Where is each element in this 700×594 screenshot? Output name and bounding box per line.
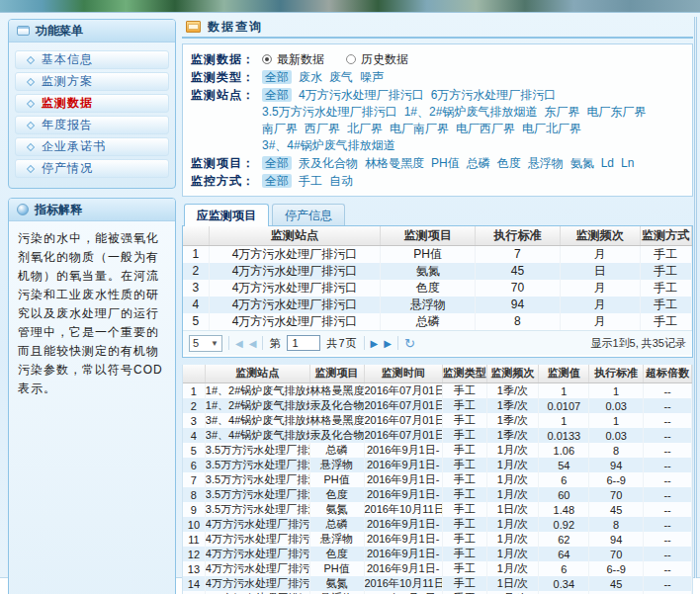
filter-option[interactable]: 废水 xyxy=(299,70,322,84)
table-cell: 汞及化合物 xyxy=(309,428,364,443)
table-cell: 4万方污水处理厂排污口 xyxy=(205,576,309,591)
table-cell: -- xyxy=(644,517,692,532)
next-page-button[interactable]: ▶ xyxy=(371,336,379,351)
filter-option[interactable]: 全部 xyxy=(262,174,292,188)
table-row[interactable]: 44万方污水处理厂排污口悬浮物94月手工 xyxy=(183,297,692,313)
filter-option[interactable]: 电厂北厂界 xyxy=(522,122,581,135)
prev-page-button[interactable]: ◀ xyxy=(249,336,257,351)
filter-option[interactable]: 手工 xyxy=(299,174,322,188)
filter-option[interactable]: 全部 xyxy=(262,156,292,170)
table-cell: 4万方污水处理厂排污口 xyxy=(205,561,309,576)
table-row[interactable]: 93.5万方污水处理厂排污口氨氮2016年10月11日手工1日/次1.4845-… xyxy=(183,502,692,517)
sidebar-item-6[interactable]: 停产情况 xyxy=(15,159,169,178)
table-cell: -- xyxy=(644,413,692,428)
table-cell: PH值 xyxy=(309,472,364,487)
filter-option[interactable]: 3.5万方污水处理厂排污口 xyxy=(262,105,397,119)
table-cell: PH值 xyxy=(381,245,476,263)
table-row[interactable]: 24万方污水处理厂排污口氨氮45日手工 xyxy=(183,263,692,280)
table-row[interactable]: 14万方污水处理厂排污口PH值7月手工 xyxy=(183,245,692,263)
sidebar-item-label: 监测数据 xyxy=(42,95,93,112)
table-row[interactable]: 43#、4#锅炉废气排放烟道汞及化合物2016年07月01日手工1季/次0.01… xyxy=(183,428,692,443)
filter-option[interactable]: 4万方污水处理厂排污口 xyxy=(299,88,424,102)
table-cell: 1季/次 xyxy=(486,413,539,428)
table-cell: 2016年9月1日- xyxy=(364,458,442,472)
table-row[interactable]: 124万方污水处理厂排污口色度2016年9月1日-手工1月/次6470-- xyxy=(183,547,692,561)
sidebar-item-2[interactable]: 监测方案 xyxy=(15,72,169,91)
radio-icon xyxy=(346,54,356,64)
filter-option[interactable]: 氨氮 xyxy=(570,156,594,170)
filter-option[interactable]: Ln xyxy=(621,156,634,170)
table-row[interactable]: 21#、2#锅炉废气排放烟道汞及化合物2016年07月01日手工1季/次0.01… xyxy=(183,398,692,413)
filter-option[interactable]: 电厂南厂界 xyxy=(390,122,449,135)
table-row[interactable]: 63.5万方污水处理厂排污口悬浮物2016年9月1日-手工1月/次5494-- xyxy=(183,458,692,472)
table-cell: 总磷 xyxy=(381,313,476,330)
sidebar-item-label: 停产情况 xyxy=(42,160,93,177)
filter-option[interactable]: PH值 xyxy=(431,156,460,170)
table-row[interactable]: 11#、2#锅炉废气排放烟道林格曼黑度2016年07月01日手工1季/次11-- xyxy=(183,383,692,399)
page-number-input[interactable] xyxy=(287,335,320,351)
column-header: 监测频次 xyxy=(560,226,640,245)
table-row[interactable]: 83.5万方污水处理厂排污口色度2016年9月1日-手工1月/次6070-- xyxy=(183,487,692,502)
table-row[interactable]: 53.5万方污水处理厂排污口总磷2016年9月1日-手工1月/次1.068-- xyxy=(183,443,692,458)
tab-1[interactable]: 应监测项目 xyxy=(184,204,269,226)
last-page-button[interactable]: ▶ xyxy=(384,336,392,351)
table-row[interactable]: 134万方污水处理厂排污口PH值2016年9月1日-手工1月/次66--9-- xyxy=(183,561,692,576)
table-row[interactable]: 144万方污水处理厂排污口氨氮2016年10月11日手工1日/次0.3445-- xyxy=(183,576,692,591)
table-cell: 色度 xyxy=(309,547,364,561)
sidebar-item-3[interactable]: 监测数据 xyxy=(15,94,169,113)
filter-option[interactable]: 西厂界 xyxy=(305,122,340,135)
table-cell: 4万方污水处理厂排污口 xyxy=(205,532,309,547)
table-cell: 2016年07月01日 xyxy=(364,428,442,443)
filter-label: 监测类型： xyxy=(191,69,262,86)
site-photo-banner xyxy=(0,0,700,13)
filter-option[interactable]: 全部 xyxy=(262,88,292,102)
table-cell: 手工 xyxy=(442,383,486,399)
table-row[interactable]: 104万方污水处理厂排污口总磷2016年9月1日-手工1月/次0.928-- xyxy=(183,517,692,532)
filter-option[interactable]: 色度 xyxy=(497,156,521,170)
radio-option[interactable]: 最新数据 xyxy=(262,52,324,66)
table-cell: 70 xyxy=(476,280,561,297)
filter-option[interactable]: 噪声 xyxy=(360,70,384,84)
table-cell: 1月/次 xyxy=(486,458,539,472)
filter-option[interactable]: Ld xyxy=(601,156,614,170)
table-cell: 5 xyxy=(183,313,209,330)
filter-option[interactable]: 3#、4#锅炉废气排放烟道 xyxy=(262,138,395,152)
filter-option[interactable]: 全部 xyxy=(262,70,292,84)
table-cell: PH值 xyxy=(309,561,364,576)
filter-option[interactable]: 电厂东厂界 xyxy=(586,105,646,119)
sidebar-item-4[interactable]: 年度报告 xyxy=(15,116,169,134)
page-size-select[interactable]: 5 ▼ xyxy=(189,335,222,352)
first-page-button[interactable]: ◀ xyxy=(235,336,243,351)
table-row[interactable]: 34万方污水处理厂排污口色度70月手工 xyxy=(183,280,692,297)
filter-option[interactable]: 悬浮物 xyxy=(528,156,564,170)
filter-option[interactable]: 废气 xyxy=(329,70,353,84)
column-header: 监测站点 xyxy=(209,226,381,245)
filter-option[interactable]: 电厂西厂界 xyxy=(456,122,515,135)
tab-2[interactable]: 停产信息 xyxy=(272,204,345,226)
filter-options: 全部4万方污水处理厂排污口6万方污水处理厂排污口3.5万方污水处理厂排污口1#、… xyxy=(262,87,684,154)
table-row[interactable]: 73.5万方污水处理厂排污口PH值2016年9月1日-手工1月/次66--9-- xyxy=(183,472,692,487)
filter-option[interactable]: 汞及化合物 xyxy=(299,156,358,170)
table-row[interactable]: 114万方污水处理厂排污口悬浮物2016年9月1日-手工1月/次6294-- xyxy=(183,532,692,547)
table-cell: 7 xyxy=(476,245,561,263)
table-row[interactable]: 54万方污水处理厂排污口总磷8月手工 xyxy=(183,313,692,330)
filter-option[interactable]: 总磷 xyxy=(467,156,490,170)
sidebar-item-5[interactable]: 企业承诺书 xyxy=(15,137,169,156)
monitor-data-table: 监测站点监测项目监测时间监测类型监测频次监测值执行标准超标倍数 11#、2#锅炉… xyxy=(183,365,692,594)
table-cell: 0.34 xyxy=(539,576,589,591)
table-row[interactable]: 33#、4#锅炉废气排放烟道林格曼黑度2016年07月01日手工1季/次11-- xyxy=(183,413,692,428)
filter-option[interactable]: 自动 xyxy=(329,174,353,188)
table-cell: -- xyxy=(644,383,692,399)
refresh-icon[interactable]: ↻ xyxy=(404,336,415,351)
table-cell: 1季/次 xyxy=(486,428,539,443)
sidebar-item-1[interactable]: 基本信息 xyxy=(15,50,169,69)
table-cell: 1季/次 xyxy=(486,398,539,413)
radio-option[interactable]: 历史数据 xyxy=(346,52,408,66)
filter-option[interactable]: 6万方污水处理厂排污口 xyxy=(431,88,557,102)
filter-option[interactable]: 南厂界 xyxy=(262,122,298,135)
filter-option[interactable]: 1#、2#锅炉废气排放烟道 xyxy=(404,105,538,119)
divider xyxy=(397,336,398,350)
filter-option[interactable]: 林格曼黑度 xyxy=(365,156,424,170)
filter-option[interactable]: 东厂界 xyxy=(544,105,579,119)
filter-option[interactable]: 北厂界 xyxy=(347,122,383,135)
